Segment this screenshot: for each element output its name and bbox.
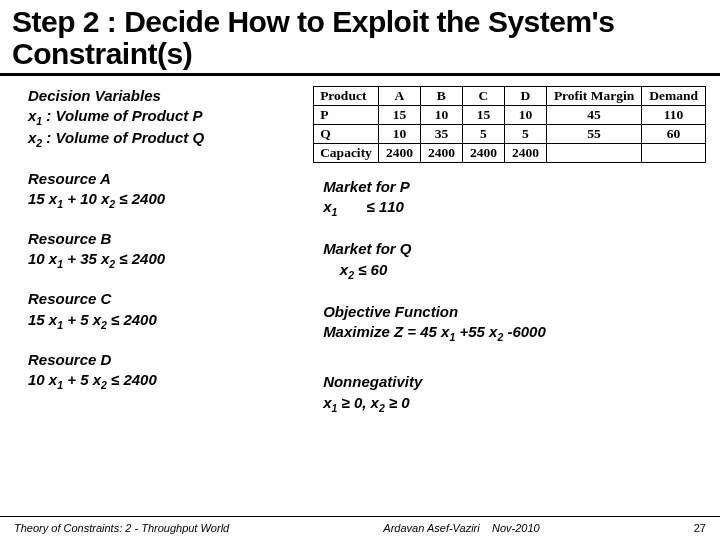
resource-d: Resource D 10 x1 + 5 x2 ≤ 2400 xyxy=(28,350,283,392)
table-row: Capacity 24002400 24002400 xyxy=(314,144,706,163)
footer-center: Ardavan Asef-Vaziri Nov-2010 xyxy=(229,522,694,534)
table-row: Q 1035 55 5560 xyxy=(314,125,706,144)
decision-header: Decision Variables xyxy=(28,87,161,104)
right-column: Product A B C D Profit Margin Demand P 1… xyxy=(303,86,706,435)
footer-left: Theory of Constraints: 2 - Throughput Wo… xyxy=(14,522,229,534)
page-number: 27 xyxy=(694,522,706,534)
left-column: Decision Variables x1 : Volume of Produc… xyxy=(28,86,283,435)
nonnegativity: Nonnegativity x1 ≥ 0, x2 ≥ 0 xyxy=(303,372,706,414)
content-area: Decision Variables x1 : Volume of Produc… xyxy=(0,80,720,435)
resource-a: Resource A 15 x1 + 10 x2 ≤ 2400 xyxy=(28,169,283,211)
decision-variables: Decision Variables x1 : Volume of Produc… xyxy=(28,86,283,151)
resource-c: Resource C 15 x1 + 5 x2 ≤ 2400 xyxy=(28,289,283,331)
objective-function: Objective Function Maximize Z = 45 x1 +5… xyxy=(303,302,706,344)
market-q: Market for Q x2 ≤ 60 xyxy=(303,239,706,281)
table-row: P 1510 1510 45110 xyxy=(314,106,706,125)
footer: Theory of Constraints: 2 - Throughput Wo… xyxy=(0,516,720,534)
table-header-row: Product A B C D Profit Margin Demand xyxy=(314,87,706,106)
slide-title: Step 2 : Decide How to Exploit the Syste… xyxy=(0,0,720,73)
market-p: Market for P x1 ≤ 110 xyxy=(303,177,706,219)
data-table: Product A B C D Profit Margin Demand P 1… xyxy=(313,86,706,163)
title-divider xyxy=(0,73,720,76)
resource-b: Resource B 10 x1 + 35 x2 ≤ 2400 xyxy=(28,229,283,271)
